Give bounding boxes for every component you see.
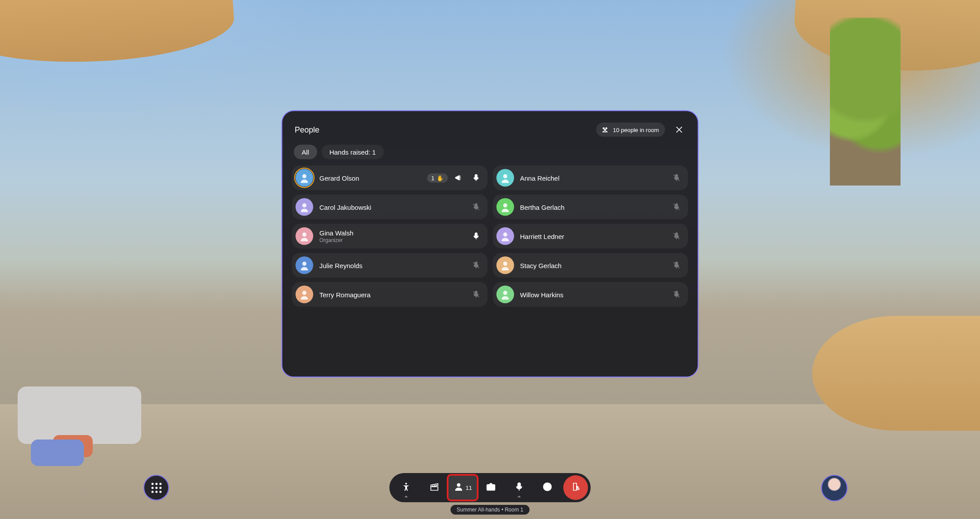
svg-point-29 [546, 485, 547, 486]
toolbar-accessibility-button[interactable] [392, 476, 420, 500]
row-icons [471, 203, 480, 212]
person-name: Anna Reichel [520, 174, 666, 182]
svg-point-30 [548, 485, 549, 486]
person-row[interactable]: Anna Reichel [493, 166, 688, 190]
mic-icon [514, 481, 524, 494]
svg-point-28 [543, 483, 551, 491]
row-icons [471, 261, 480, 270]
name-block: Willow Harkins [520, 291, 666, 298]
person-name: Gerard Olson [320, 174, 421, 182]
decor-wood-bottom [812, 316, 980, 431]
avatar [296, 286, 313, 303]
mic-muted-icon[interactable] [471, 203, 480, 212]
person-row[interactable]: Gerard Olson1✋ [292, 166, 488, 190]
row-icons [471, 232, 480, 241]
decor-tree [830, 18, 901, 186]
decor-ottoman-blue [31, 439, 84, 466]
svg-point-11 [302, 233, 306, 237]
person-name: Julie Reynolds [320, 261, 466, 269]
svg-point-2 [604, 129, 606, 131]
person-row[interactable]: Julie Reynolds [292, 253, 488, 278]
close-icon [675, 125, 684, 134]
mic-muted-icon[interactable] [672, 261, 681, 270]
self-avatar[interactable] [821, 475, 848, 501]
row-icons [454, 174, 480, 182]
people-group-icon [600, 125, 609, 134]
name-block: Anna Reichel [520, 174, 666, 182]
svg-point-1 [605, 128, 607, 130]
person-row[interactable]: Willow Harkins [493, 282, 688, 307]
person-row[interactable]: Terry Romaguera [292, 282, 488, 307]
mic-muted-icon[interactable] [672, 174, 681, 182]
svg-point-26 [490, 486, 493, 489]
megaphone-icon[interactable] [454, 174, 463, 182]
avatar [496, 257, 514, 274]
svg-point-5 [503, 174, 507, 178]
room-count-label: 10 people in room [613, 126, 659, 133]
svg-point-7 [302, 204, 306, 208]
row-icons [672, 261, 681, 270]
name-block: Julie Reynolds [320, 261, 466, 269]
person-name: Carol Jakubowski [320, 203, 466, 211]
toolbar-camera-button[interactable] [477, 476, 505, 500]
mic-muted-icon[interactable] [672, 203, 681, 212]
toolbar-scene-button[interactable] [420, 476, 449, 500]
person-row[interactable]: Stacy Gerlach [493, 253, 688, 278]
name-block: Terry Romaguera [320, 291, 466, 298]
apps-button[interactable] [143, 475, 169, 500]
toolbar-reactions-button[interactable] [533, 476, 562, 500]
toolbar-people-count: 11 [466, 485, 472, 491]
mic-muted-icon[interactable] [471, 261, 480, 270]
close-button[interactable] [673, 124, 686, 136]
row-icons [672, 203, 681, 212]
clapper-icon [429, 481, 440, 494]
person-name: Bertha Gerlach [520, 203, 666, 211]
person-name: Harriett Ledner [520, 232, 666, 240]
person-row[interactable]: Carol Jakubowski [292, 195, 488, 220]
avatar [296, 257, 313, 274]
mic-muted-icon[interactable] [471, 290, 480, 299]
bottom-toolbar: 11 [389, 473, 591, 502]
person-subtitle: Organizer [320, 237, 466, 243]
avatar [296, 169, 313, 187]
mic-muted-icon[interactable] [672, 290, 681, 299]
mic-icon[interactable] [471, 174, 480, 182]
mic-icon[interactable] [471, 232, 480, 241]
camera-icon [486, 481, 496, 494]
svg-point-19 [302, 291, 306, 295]
avatar [496, 286, 514, 303]
svg-point-15 [302, 262, 306, 266]
name-block: Carol Jakubowski [320, 203, 466, 211]
people-panel: People 10 people in room All Hands raise… [282, 110, 699, 378]
name-block: Gerard Olson [320, 174, 421, 182]
avatar [496, 169, 514, 187]
hand-raised-icon: ✋ [437, 174, 444, 181]
svg-point-24 [457, 483, 460, 487]
person-row[interactable]: Gina WalshOrganizer [292, 224, 488, 249]
avatar [296, 198, 313, 216]
person-name: Gina Walsh [320, 229, 466, 237]
svg-point-9 [503, 204, 507, 208]
name-block: Gina WalshOrganizer [320, 229, 466, 243]
toolbar-leave-button[interactable] [563, 475, 588, 500]
accessibility-icon [401, 481, 411, 494]
toolbar-mic-button[interactable] [505, 476, 533, 500]
person-icon [453, 481, 464, 494]
mic-muted-icon[interactable] [672, 232, 681, 241]
row-icons [672, 174, 681, 182]
person-name: Stacy Gerlach [520, 261, 666, 269]
tab-hands-raised[interactable]: Hands raised: 1 [321, 145, 384, 159]
avatar [296, 227, 313, 245]
toolbar-people-button[interactable]: 11 [449, 476, 477, 500]
person-row[interactable]: Bertha Gerlach [493, 195, 688, 220]
person-row[interactable]: Harriett Ledner [493, 224, 688, 249]
row-icons [672, 232, 681, 241]
tab-all[interactable]: All [294, 145, 317, 159]
hand-raised-badge: 1✋ [427, 173, 448, 182]
room-count-pill[interactable]: 10 people in room [596, 123, 665, 137]
svg-point-17 [503, 262, 507, 266]
session-label: Summer All-hands • Room 1 [451, 505, 530, 515]
name-block: Stacy Gerlach [520, 261, 666, 269]
apps-grid-icon [151, 483, 162, 493]
name-block: Bertha Gerlach [520, 203, 666, 211]
